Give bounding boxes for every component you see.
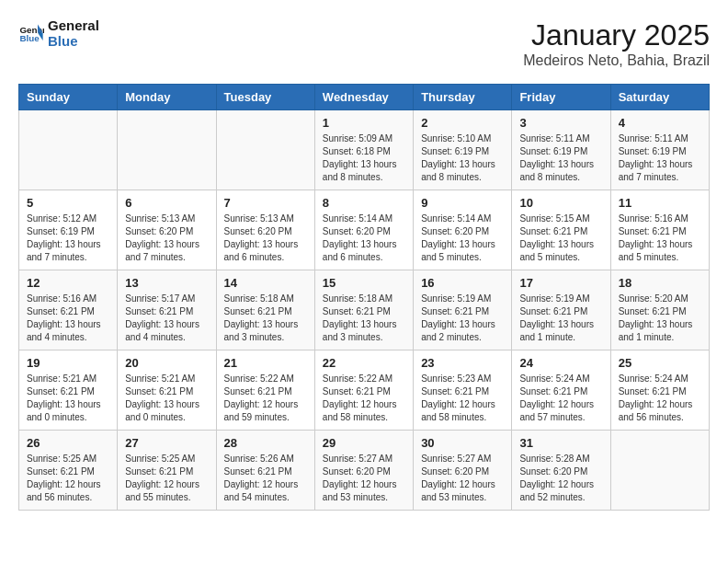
day-number: 16 (421, 276, 504, 290)
calendar-cell: 21Sunrise: 5:22 AM Sunset: 6:21 PM Dayli… (216, 350, 314, 431)
weekday-header-monday: Monday (118, 85, 216, 110)
calendar-week-row: 5Sunrise: 5:12 AM Sunset: 6:19 PM Daylig… (19, 190, 710, 270)
day-number: 4 (619, 116, 701, 130)
day-info: Sunrise: 5:12 AM Sunset: 6:19 PM Dayligh… (27, 213, 109, 264)
weekday-header-friday: Friday (512, 85, 610, 110)
day-number: 13 (125, 276, 208, 290)
calendar-cell: 9Sunrise: 5:14 AM Sunset: 6:20 PM Daylig… (414, 190, 512, 270)
day-number: 14 (224, 276, 307, 290)
weekday-header-wednesday: Wednesday (314, 85, 413, 110)
calendar-cell: 22Sunrise: 5:22 AM Sunset: 6:21 PM Dayli… (314, 350, 413, 431)
day-info: Sunrise: 5:16 AM Sunset: 6:21 PM Dayligh… (619, 213, 701, 264)
day-info: Sunrise: 5:24 AM Sunset: 6:21 PM Dayligh… (519, 373, 602, 424)
day-info: Sunrise: 5:21 AM Sunset: 6:21 PM Dayligh… (125, 373, 208, 424)
day-info: Sunrise: 5:16 AM Sunset: 6:21 PM Dayligh… (27, 293, 109, 344)
weekday-header-thursday: Thursday (414, 85, 512, 110)
day-info: Sunrise: 5:21 AM Sunset: 6:21 PM Dayligh… (27, 373, 109, 424)
day-number: 20 (125, 356, 208, 370)
calendar-cell: 24Sunrise: 5:24 AM Sunset: 6:21 PM Dayli… (512, 350, 610, 431)
page-header: General Blue General Blue January 2025 M… (18, 18, 710, 69)
calendar-cell: 14Sunrise: 5:18 AM Sunset: 6:21 PM Dayli… (216, 270, 314, 350)
calendar-cell: 31Sunrise: 5:28 AM Sunset: 6:20 PM Dayli… (512, 431, 610, 511)
day-info: Sunrise: 5:10 AM Sunset: 6:19 PM Dayligh… (421, 132, 504, 184)
calendar-cell: 17Sunrise: 5:19 AM Sunset: 6:21 PM Dayli… (512, 270, 610, 350)
calendar-cell: 30Sunrise: 5:27 AM Sunset: 6:20 PM Dayli… (414, 431, 512, 511)
day-info: Sunrise: 5:18 AM Sunset: 6:21 PM Dayligh… (224, 293, 307, 344)
day-number: 29 (323, 436, 405, 450)
day-number: 15 (323, 276, 405, 290)
day-number: 9 (421, 196, 504, 210)
calendar-cell: 20Sunrise: 5:21 AM Sunset: 6:21 PM Dayli… (118, 350, 216, 431)
weekday-header-row: SundayMondayTuesdayWednesdayThursdayFrid… (19, 85, 710, 110)
day-number: 7 (224, 196, 307, 210)
logo-text-line1: General (48, 18, 99, 34)
calendar-cell (610, 431, 709, 511)
day-number: 31 (519, 436, 602, 450)
calendar-cell: 10Sunrise: 5:15 AM Sunset: 6:21 PM Dayli… (512, 190, 610, 270)
day-info: Sunrise: 5:20 AM Sunset: 6:21 PM Dayligh… (619, 293, 701, 344)
logo: General Blue General Blue (18, 18, 99, 49)
logo-text-line2: Blue (48, 34, 99, 50)
day-info: Sunrise: 5:15 AM Sunset: 6:21 PM Dayligh… (519, 213, 602, 264)
calendar-cell (19, 110, 118, 190)
calendar-week-row: 12Sunrise: 5:16 AM Sunset: 6:21 PM Dayli… (19, 270, 710, 350)
calendar-cell: 25Sunrise: 5:24 AM Sunset: 6:21 PM Dayli… (610, 350, 709, 431)
calendar-cell: 5Sunrise: 5:12 AM Sunset: 6:19 PM Daylig… (19, 190, 118, 270)
calendar-week-row: 1Sunrise: 5:09 AM Sunset: 6:18 PM Daylig… (19, 110, 710, 190)
calendar-subtitle: Medeiros Neto, Bahia, Brazil (523, 52, 710, 69)
day-number: 22 (323, 356, 405, 370)
calendar-cell: 16Sunrise: 5:19 AM Sunset: 6:21 PM Dayli… (414, 270, 512, 350)
day-info: Sunrise: 5:11 AM Sunset: 6:19 PM Dayligh… (519, 132, 602, 184)
day-number: 2 (421, 116, 504, 130)
title-block: January 2025 Medeiros Neto, Bahia, Brazi… (523, 18, 710, 69)
calendar-cell: 15Sunrise: 5:18 AM Sunset: 6:21 PM Dayli… (314, 270, 413, 350)
calendar-cell: 4Sunrise: 5:11 AM Sunset: 6:19 PM Daylig… (610, 110, 709, 190)
calendar-cell: 6Sunrise: 5:13 AM Sunset: 6:20 PM Daylig… (118, 190, 216, 270)
calendar-cell (216, 110, 314, 190)
day-info: Sunrise: 5:19 AM Sunset: 6:21 PM Dayligh… (421, 293, 504, 344)
calendar-cell: 1Sunrise: 5:09 AM Sunset: 6:18 PM Daylig… (314, 110, 413, 190)
day-info: Sunrise: 5:24 AM Sunset: 6:21 PM Dayligh… (619, 373, 701, 424)
day-number: 5 (27, 196, 109, 210)
day-number: 17 (519, 276, 602, 290)
day-number: 8 (323, 196, 405, 210)
day-info: Sunrise: 5:25 AM Sunset: 6:21 PM Dayligh… (27, 453, 109, 504)
day-number: 12 (27, 276, 109, 290)
svg-text:Blue: Blue (19, 33, 40, 43)
weekday-header-sunday: Sunday (19, 85, 118, 110)
calendar-cell (118, 110, 216, 190)
calendar-cell: 23Sunrise: 5:23 AM Sunset: 6:21 PM Dayli… (414, 350, 512, 431)
calendar-cell: 8Sunrise: 5:14 AM Sunset: 6:20 PM Daylig… (314, 190, 413, 270)
day-info: Sunrise: 5:23 AM Sunset: 6:21 PM Dayligh… (421, 373, 504, 424)
day-info: Sunrise: 5:22 AM Sunset: 6:21 PM Dayligh… (224, 373, 307, 424)
day-info: Sunrise: 5:17 AM Sunset: 6:21 PM Dayligh… (125, 293, 208, 344)
calendar-week-row: 19Sunrise: 5:21 AM Sunset: 6:21 PM Dayli… (19, 350, 710, 431)
calendar-cell: 27Sunrise: 5:25 AM Sunset: 6:21 PM Dayli… (118, 431, 216, 511)
weekday-header-tuesday: Tuesday (216, 85, 314, 110)
calendar-cell: 11Sunrise: 5:16 AM Sunset: 6:21 PM Dayli… (610, 190, 709, 270)
day-info: Sunrise: 5:19 AM Sunset: 6:21 PM Dayligh… (519, 293, 602, 344)
day-info: Sunrise: 5:28 AM Sunset: 6:20 PM Dayligh… (519, 453, 602, 504)
day-info: Sunrise: 5:14 AM Sunset: 6:20 PM Dayligh… (323, 213, 405, 264)
day-info: Sunrise: 5:26 AM Sunset: 6:21 PM Dayligh… (224, 453, 307, 504)
calendar-week-row: 26Sunrise: 5:25 AM Sunset: 6:21 PM Dayli… (19, 431, 710, 511)
day-info: Sunrise: 5:27 AM Sunset: 6:20 PM Dayligh… (323, 453, 405, 504)
calendar-cell: 2Sunrise: 5:10 AM Sunset: 6:19 PM Daylig… (414, 110, 512, 190)
day-number: 24 (519, 356, 602, 370)
day-number: 1 (323, 116, 405, 130)
calendar-cell: 3Sunrise: 5:11 AM Sunset: 6:19 PM Daylig… (512, 110, 610, 190)
day-number: 18 (619, 276, 701, 290)
day-number: 3 (519, 116, 602, 130)
day-number: 23 (421, 356, 504, 370)
day-number: 6 (125, 196, 208, 210)
calendar-cell: 12Sunrise: 5:16 AM Sunset: 6:21 PM Dayli… (19, 270, 118, 350)
day-number: 26 (27, 436, 109, 450)
day-info: Sunrise: 5:25 AM Sunset: 6:21 PM Dayligh… (125, 453, 208, 504)
day-number: 19 (27, 356, 109, 370)
day-info: Sunrise: 5:27 AM Sunset: 6:20 PM Dayligh… (421, 453, 504, 504)
calendar-title: January 2025 (523, 18, 710, 52)
day-info: Sunrise: 5:13 AM Sunset: 6:20 PM Dayligh… (224, 213, 307, 264)
calendar-cell: 26Sunrise: 5:25 AM Sunset: 6:21 PM Dayli… (19, 431, 118, 511)
day-number: 27 (125, 436, 208, 450)
calendar-cell: 13Sunrise: 5:17 AM Sunset: 6:21 PM Dayli… (118, 270, 216, 350)
